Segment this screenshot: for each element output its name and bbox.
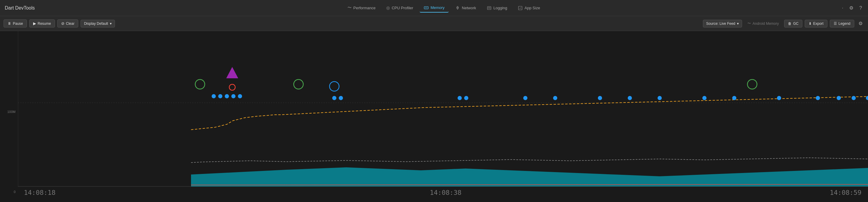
- logging-icon: [487, 5, 492, 10]
- y-axis-100m: 100M: [2, 110, 16, 114]
- tab-cpu-profiler-label: CPU Profiler: [392, 6, 413, 10]
- svg-point-33: [732, 96, 736, 100]
- source-dropdown[interactable]: Source: Live Feed ▾: [703, 20, 742, 28]
- tab-logging-label: Logging: [493, 6, 507, 10]
- display-dropdown-label: Display Default: [84, 22, 108, 26]
- gc-label: GC: [793, 22, 799, 26]
- resume-label: Resume: [38, 22, 51, 26]
- chart-body: 14:08:18 14:08:38 14:08:59: [18, 31, 868, 202]
- svg-text:14:08:38: 14:08:38: [430, 189, 461, 196]
- svg-point-18: [212, 94, 216, 98]
- legend-button[interactable]: ☰ Legend: [830, 20, 854, 28]
- tab-memory[interactable]: Memory: [420, 3, 448, 12]
- svg-point-35: [816, 96, 820, 100]
- settings-button[interactable]: ⚙: [848, 4, 855, 12]
- svg-point-22: [238, 94, 242, 98]
- chart-svg: 14:08:18 14:08:38 14:08:59: [18, 31, 868, 202]
- chart-settings-button[interactable]: ⚙: [857, 20, 864, 28]
- toolbar: ⏸ Pause ▶ Resume ⊘ Clear Display Default…: [0, 16, 868, 31]
- source-label: Source: Live Feed: [706, 22, 735, 26]
- app-size-icon: [518, 5, 523, 10]
- network-icon: [455, 5, 460, 10]
- svg-point-29: [598, 96, 602, 100]
- gc-icon: 🗑: [788, 22, 792, 26]
- svg-rect-4: [488, 6, 491, 9]
- tab-network[interactable]: Network: [451, 4, 480, 12]
- svg-text:14:08:18: 14:08:18: [24, 189, 56, 196]
- chart-area: 100M 0: [0, 31, 868, 202]
- svg-rect-3: [427, 7, 428, 8]
- app-title: Dart DevTools: [5, 5, 35, 11]
- tab-cpu-profiler[interactable]: ◎ CPU Profiler: [382, 4, 417, 12]
- svg-point-37: [851, 96, 856, 100]
- tab-performance[interactable]: 〜 Performance: [343, 3, 380, 12]
- dot-menu-button[interactable]: ·: [841, 4, 844, 12]
- clear-icon: ⊘: [61, 21, 64, 26]
- tab-logging[interactable]: Logging: [483, 4, 511, 12]
- resume-icon: ▶: [33, 21, 36, 26]
- nav-tabs: 〜 Performance ◎ CPU Profiler Memory: [46, 3, 841, 12]
- svg-rect-2: [426, 7, 427, 8]
- svg-point-31: [657, 96, 662, 100]
- svg-text:14:08:59: 14:08:59: [830, 189, 862, 196]
- svg-point-20: [225, 94, 229, 98]
- tab-app-size-label: App Size: [524, 6, 540, 10]
- export-label: Export: [813, 22, 824, 26]
- legend-label: Legend: [838, 22, 850, 26]
- svg-point-25: [458, 96, 462, 100]
- export-icon: ⬇: [809, 22, 812, 26]
- svg-point-30: [628, 96, 632, 100]
- svg-point-21: [231, 94, 236, 98]
- performance-icon: 〜: [347, 5, 352, 10]
- source-chevron-icon: ▾: [737, 22, 739, 26]
- header: Dart DevTools 〜 Performance ◎ CPU Profil…: [0, 0, 868, 16]
- svg-rect-1: [425, 7, 426, 8]
- tab-app-size[interactable]: App Size: [514, 4, 544, 12]
- legend-icon: ☰: [834, 22, 837, 26]
- memory-icon: [424, 5, 429, 10]
- resume-button[interactable]: ▶ Resume: [29, 20, 55, 28]
- header-right: · ⚙ ?: [841, 4, 863, 12]
- svg-point-27: [523, 96, 527, 100]
- svg-point-19: [218, 94, 222, 98]
- help-button[interactable]: ?: [858, 4, 863, 12]
- tab-network-label: Network: [462, 6, 476, 10]
- clear-label: Clear: [66, 22, 74, 26]
- svg-point-26: [464, 96, 468, 100]
- android-memory-label: Android Memory: [752, 22, 779, 26]
- svg-point-32: [702, 96, 707, 100]
- tab-performance-label: Performance: [353, 6, 375, 10]
- svg-point-24: [339, 96, 343, 100]
- clear-button[interactable]: ⊘ Clear: [57, 20, 79, 28]
- export-button[interactable]: ⬇ Export: [805, 20, 828, 28]
- gc-button[interactable]: 🗑 GC: [784, 20, 802, 28]
- y-axis-zero: 0: [2, 190, 16, 194]
- tab-memory-label: Memory: [430, 5, 444, 10]
- svg-point-36: [837, 96, 841, 100]
- y-axis: 100M 0: [0, 31, 18, 202]
- svg-point-28: [553, 96, 557, 100]
- display-dropdown[interactable]: Display Default ▾: [81, 20, 115, 28]
- chevron-down-icon: ▾: [110, 22, 112, 26]
- cpu-profiler-icon: ◎: [386, 5, 390, 10]
- pause-icon: ⏸: [7, 21, 11, 26]
- svg-point-23: [332, 96, 336, 100]
- android-memory-button[interactable]: 〜 Android Memory: [744, 20, 782, 28]
- svg-point-34: [777, 96, 781, 100]
- pause-label: Pause: [13, 22, 23, 26]
- pause-button[interactable]: ⏸ Pause: [4, 20, 27, 28]
- android-memory-icon: 〜: [747, 21, 751, 26]
